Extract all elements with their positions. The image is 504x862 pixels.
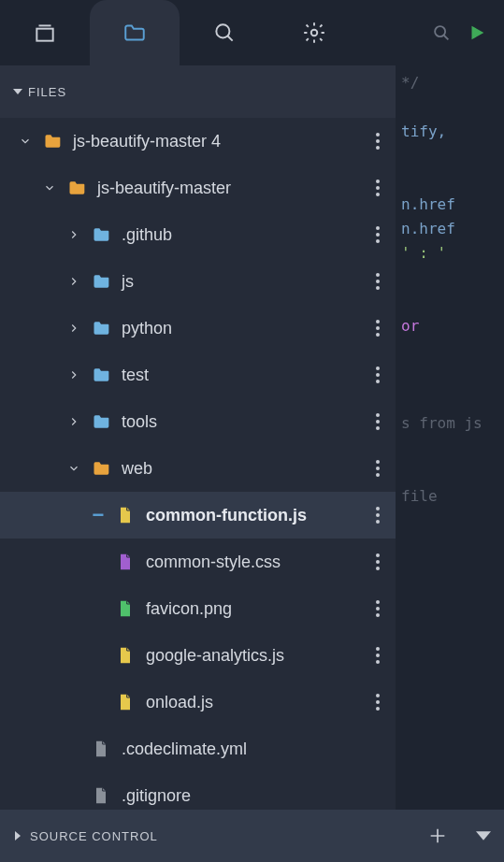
svg-point-40 xyxy=(376,660,380,664)
more-options-button[interactable] xyxy=(375,412,381,431)
svg-point-34 xyxy=(376,567,380,570)
search-icon xyxy=(431,22,452,43)
source-control-dropdown[interactable] xyxy=(476,828,491,843)
svg-point-37 xyxy=(376,613,380,617)
svg-point-27 xyxy=(376,467,380,470)
tree-row-test[interactable]: test xyxy=(0,352,396,398)
topbar xyxy=(0,0,504,65)
svg-point-2 xyxy=(311,30,318,36)
file-icon xyxy=(92,786,110,805)
file-icon xyxy=(116,506,135,524)
more-options-button[interactable] xyxy=(375,459,381,478)
plus-icon xyxy=(427,826,448,846)
tab-settings[interactable] xyxy=(269,0,359,65)
folder-icon xyxy=(43,132,62,151)
tree-item-label: js-beautify-master xyxy=(97,179,231,198)
svg-point-38 xyxy=(376,647,380,651)
tree-row-web[interactable]: web xyxy=(0,445,396,492)
more-options-button[interactable] xyxy=(375,319,381,338)
tab-files[interactable] xyxy=(90,0,180,65)
chevron-right-icon xyxy=(67,415,80,428)
folder-icon xyxy=(92,225,110,244)
folder-icon xyxy=(92,366,110,384)
tree-item-label: test xyxy=(122,366,149,385)
more-options-button[interactable] xyxy=(375,366,381,384)
editor-background: */ tify, n.href n.href ' : ' or s from j… xyxy=(396,65,504,810)
file-icon xyxy=(116,693,135,711)
tree-item-label: .codeclimate.yml xyxy=(122,740,247,759)
tree-item-label: web xyxy=(122,459,152,479)
tree-row--github[interactable]: .github xyxy=(0,211,396,258)
svg-point-13 xyxy=(376,239,380,243)
more-options-button[interactable] xyxy=(375,132,381,151)
run-button[interactable] xyxy=(461,17,493,49)
svg-point-33 xyxy=(376,560,380,564)
chevron-down-icon xyxy=(43,181,56,194)
folder-icon xyxy=(92,459,110,478)
more-options-button[interactable] xyxy=(375,646,381,665)
tree-row-js[interactable]: js xyxy=(0,258,396,305)
folder-icon xyxy=(92,412,110,431)
svg-point-32 xyxy=(376,553,380,557)
svg-point-31 xyxy=(376,520,380,524)
chevron-right-icon xyxy=(67,368,80,381)
more-options-button[interactable] xyxy=(375,599,381,618)
svg-point-25 xyxy=(376,426,380,430)
files-panel-label: FILES xyxy=(28,85,66,99)
tree-row-google-analytics-js[interactable]: google-analytics.js xyxy=(0,632,396,679)
svg-point-41 xyxy=(376,694,380,697)
chevron-right-icon xyxy=(67,228,80,241)
source-control-bar: SOURCE CONTROL xyxy=(0,810,504,862)
tree-row-onload-js[interactable]: onload.js xyxy=(0,679,396,726)
tree-row-python[interactable]: python xyxy=(0,305,396,352)
svg-point-10 xyxy=(376,193,380,196)
tree-row-favicon-png[interactable]: favicon.png xyxy=(0,585,396,632)
tree-row-tools[interactable]: tools xyxy=(0,398,396,445)
svg-point-11 xyxy=(376,226,380,230)
tree-item-label: .github xyxy=(122,225,172,245)
folder-icon xyxy=(67,179,86,197)
more-options-button[interactable] xyxy=(375,506,381,524)
file-icon xyxy=(92,740,110,758)
chevron-right-icon xyxy=(67,322,80,335)
more-options-button[interactable] xyxy=(375,272,381,291)
more-options-button[interactable] xyxy=(375,179,381,197)
more-options-button[interactable] xyxy=(375,225,381,244)
tree-row--gitignore[interactable]: .gitignore xyxy=(0,772,396,810)
svg-point-43 xyxy=(376,707,380,711)
source-control-add[interactable] xyxy=(427,826,448,846)
source-control-label: SOURCE CONTROL xyxy=(30,829,158,843)
svg-point-9 xyxy=(376,186,380,190)
tree-item-label: onload.js xyxy=(146,693,213,712)
more-options-button[interactable] xyxy=(375,553,381,571)
triangle-down-icon xyxy=(476,828,491,843)
tree-row--codeclimate-yml[interactable]: .codeclimate.yml xyxy=(0,726,396,772)
file-icon xyxy=(116,599,135,618)
file-tree: js-beautify-master 4js-beautify-master.g… xyxy=(0,118,396,810)
tree-row-common-style-css[interactable]: common-style.css xyxy=(0,539,396,585)
gear-icon xyxy=(302,21,326,45)
svg-point-3 xyxy=(435,26,445,36)
tree-item-label: favicon.png xyxy=(146,599,232,619)
svg-point-21 xyxy=(376,373,380,377)
svg-point-29 xyxy=(376,507,380,510)
tree-row-js-beautify-master-4[interactable]: js-beautify-master 4 xyxy=(0,118,396,165)
svg-point-39 xyxy=(376,654,380,657)
source-control-toggle[interactable]: SOURCE CONTROL xyxy=(13,829,158,843)
tree-item-label: js xyxy=(122,272,134,292)
stacks-icon xyxy=(33,21,57,45)
files-panel-toggle[interactable]: FILES xyxy=(13,85,66,99)
svg-point-7 xyxy=(376,146,380,150)
tree-row-js-beautify-master[interactable]: js-beautify-master xyxy=(0,165,396,211)
svg-point-30 xyxy=(376,513,380,517)
svg-point-14 xyxy=(376,273,380,277)
find-in-editor[interactable] xyxy=(425,17,457,49)
tab-stacks[interactable] xyxy=(0,0,90,65)
more-options-button[interactable] xyxy=(375,693,381,711)
svg-point-36 xyxy=(376,607,380,611)
tree-row-common-function-js[interactable]: −common-function.js xyxy=(0,492,396,539)
svg-point-12 xyxy=(376,233,380,237)
svg-point-20 xyxy=(376,366,380,370)
tab-search[interactable] xyxy=(180,0,269,65)
chevron-right-icon xyxy=(67,275,80,288)
